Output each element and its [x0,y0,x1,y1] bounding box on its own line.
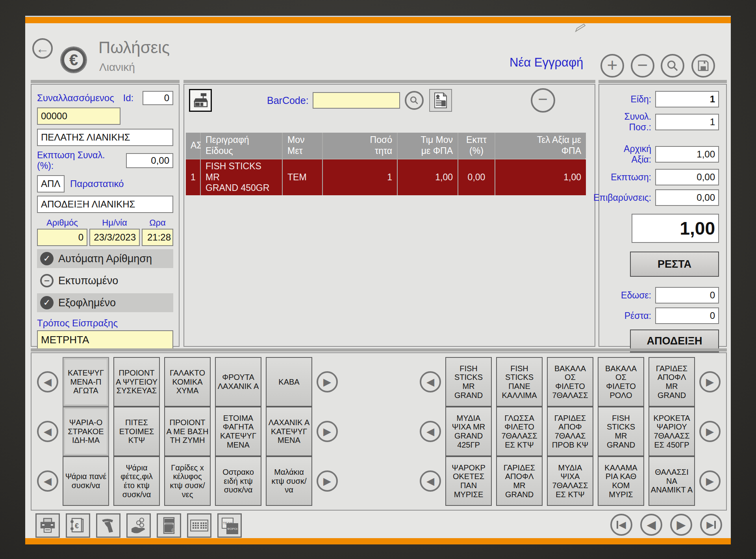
categories-row1-next-button[interactable]: ▶ [317,371,338,392]
prev-icon: ◀ [426,377,434,387]
products-row1-prev-button[interactable]: ◀ [420,371,441,392]
change-amount-label: Ρέστα: [624,311,651,321]
gave-field[interactable] [655,287,719,304]
payment-button[interactable] [126,513,151,538]
remove-line-button[interactable]: − [531,88,555,113]
subcategory-button[interactable]: Γαρίδες x κέλυφος κτψ συσκ/νες [164,456,211,506]
back-button[interactable]: ← [32,38,53,59]
scanner-button[interactable] [96,513,120,538]
customer-code-field[interactable] [37,107,120,125]
change-amount-field[interactable] [655,307,719,324]
subcategory-button[interactable]: Οστρακο ειδή κτψ συσκ/να [215,456,261,506]
category-button[interactable]: ΠΡΟΙΟΝΤ Α ΨΥΓΕΙΟΥ ΣΥΣΚΕΥΑΣ [113,357,160,407]
search-record-button[interactable] [661,54,684,78]
row-line-no[interactable]: 1 [186,159,200,195]
row-final-value[interactable]: 1,00 [495,159,586,195]
products-row3-next-button[interactable]: ▶ [699,470,721,492]
grand-total-field [632,214,719,243]
print-button[interactable] [35,513,60,538]
category-button[interactable]: ΛΑΧΑΝΙΚ Α ΚΑΤΕΨΥΓ ΜΕΝΑ [266,407,312,456]
numpad-button[interactable] [187,513,211,538]
previous-record-button[interactable]: ◀ [640,514,662,536]
categories-row2-prev-button[interactable]: ◀ [37,421,58,442]
product-button[interactable]: ΓΑΡΙΔΕΣ ΑΠΟΦΛ MR GRAND [649,357,695,407]
product-button[interactable]: ΨΑΡΟΚΡ ΟΚΕΤΕΣ ΠΑΝ ΜΥΡΙΣΕ [445,456,492,506]
product-button[interactable]: ΜΥΔΙΑ ΨΙΧΑ MR GRAND 425ΓΡ [445,407,492,456]
row-discount[interactable]: 0,00 [458,159,495,195]
auto-numbering-toggle[interactable]: ✓ Αυτόματη Αρίθμηση [37,249,173,268]
items-count-field[interactable] [655,91,719,107]
categories-row3-next-button[interactable]: ▶ [317,470,338,492]
discount-total-field[interactable] [655,169,719,185]
minus-circle-icon: − [40,274,54,287]
category-button[interactable]: ΠΙΤΕΣ ΕΤΟΙΜΕΣ ΚΤΨ [113,407,160,456]
product-button[interactable]: FISH STICKS ΠΑΝΕ ΚΑΛΛΙΜΑ [496,357,543,407]
customer-discount-field[interactable] [126,153,173,168]
product-button[interactable]: ΒΑΚΑΛΑ ΟΣ ΦΙΛΕΤΟ ΡΟΛΟ [598,357,644,407]
customer-name-field[interactable] [37,129,173,146]
next-record-button[interactable]: ▶ [670,514,692,536]
row-unit-price[interactable]: 1,00 [398,159,458,195]
subcategory-button[interactable]: Ψάρια πανέ συσκ/να [63,456,109,506]
categories-row1-prev-button[interactable]: ◀ [37,371,58,392]
category-button[interactable]: ΚΑΤΕΨΥΓ ΜΕΝΑ-Π ΑΓΩΤΑ [63,357,109,407]
subcategory-button[interactable]: Ψάρια φέτες,φιλ έτο κτψ συσκ/να [113,456,160,506]
product-button[interactable]: ΚΑΛΑΜΑ ΡΙΑ ΚΑΘ ΚΟΜ ΜΥΡΙΣ [598,456,644,506]
doc-date-field[interactable] [89,229,140,246]
next-icon: ▶ [706,426,714,437]
change-button[interactable]: ΡΕΣΤΑ [630,252,719,277]
save-record-button[interactable] [691,54,715,78]
category-button[interactable]: ΓΑΛΑΚΤΟ ΚΟΜΙΚΑ ΧΥΜΑ [164,357,211,407]
charges-field[interactable] [655,189,719,206]
product-button[interactable]: ΜΥΔΙΑ ΨΙΧΑ 7ΘΑΛΑΣΣ ΕΣ ΚΤΨ [547,456,593,506]
paid-toggle[interactable]: ✓ Εξοφλημένο [37,293,173,312]
price-list-button[interactable]: € [66,513,90,538]
row-description[interactable]: FISH STICKS MR GRAND 450GR [201,159,282,195]
product-button[interactable]: FISH STICKS MR GRAND [445,357,492,407]
product-button[interactable]: ΓΑΡΙΔΕΣ ΑΠΟΦ 7ΘΑΛΑΣ ΠΡΟΒ ΚΨ [547,407,593,456]
first-record-button[interactable]: ◀ [610,514,632,536]
total-qty-field[interactable] [655,114,719,130]
bottom-accent-bar [25,538,731,544]
paid-label: Εξοφλημένο [58,297,116,309]
add-record-button[interactable]: + [600,54,624,78]
products-row3-prev-button[interactable]: ◀ [420,470,441,492]
category-button[interactable]: ΨΑΡΙΑ-Ο ΣΤΡΑΚΟΕ ΙΔΗ-ΜΑ [63,407,109,456]
remove-record-button[interactable]: − [631,54,654,78]
product-button[interactable]: FISH STICKS MR GRAND [598,407,644,456]
products-row2-prev-button[interactable]: ◀ [420,421,441,442]
subcategory-button[interactable]: Μαλάκια κτψ συσκ/να [266,456,312,506]
product-button[interactable]: ΚΡΟΚΕΤΑ ΨΑΡΙΟΥ 7ΘΑΛΑΣΣ ΕΣ 450ΓΡ [649,407,695,456]
row-quantity[interactable]: 1 [323,159,397,195]
taxes-button[interactable]: ΤΕΛΗ ΦΟΡΟΙ [217,513,242,538]
doc-number-field[interactable] [37,229,87,246]
product-button[interactable]: ΓΑΡΙΔΕΣ ΑΠΟΦΛ MR GRAND [496,456,543,506]
printed-toggle[interactable]: − Εκτυπωμένο [37,271,173,290]
products-row2-next-button[interactable]: ▶ [699,421,721,442]
category-button[interactable]: ΚΑΒΑ [266,357,312,407]
category-button[interactable]: ΠΡΟΙΟΝΤ Α ΜΕ ΒΑΣΗ ΤΗ ΖΥΜΗ [164,407,211,456]
barcode-input[interactable] [313,92,400,109]
last-record-button[interactable]: ▶ [700,514,722,536]
initial-value-field[interactable] [655,146,719,163]
product-button[interactable]: ΓΛΩΣΣΑ ΦΙΛΕΤΟ 7ΘΑΛΑΣΣ ΕΣ ΚΤΨ [496,407,543,456]
products-row1-next-button[interactable]: ▶ [699,371,721,392]
document-name-field[interactable] [37,196,173,213]
cash-register-button[interactable] [189,89,212,112]
item-card-button[interactable] [429,89,452,112]
cash-drawer-button[interactable]: € [157,513,181,538]
doc-time-field[interactable] [142,229,173,246]
customer-id-field[interactable] [143,91,173,105]
categories-row3-prev-button[interactable]: ◀ [37,470,58,492]
category-button[interactable]: ΦΡΟΥΤΑ ΛΑΧΑΝΙΚ Α [215,357,261,407]
payment-method-field[interactable] [37,330,173,349]
doc-type-field[interactable] [37,175,65,193]
id-label: Id: [123,93,134,104]
categories-row2-next-button[interactable]: ▶ [317,421,338,442]
barcode-search-button[interactable] [405,91,424,110]
product-button[interactable]: ΒΑΚΑΛΑ ΟΣ ΦΙΛΕΤΟ 7ΘΑΛΑΣΣ [547,357,593,407]
back-arrow-icon: ← [36,41,49,56]
category-button[interactable]: ΕΤΟΙΜΑ ΦΑΓΗΤΑ ΚΑΤΕΨΥΓ ΜΕΝΑ [215,407,261,456]
product-button[interactable]: ΘΑΛΑΣΣΙ ΝΑ ΑΝΑΜΙΚΤ Α [649,456,695,506]
row-unit[interactable]: ΤΕΜ [283,159,322,195]
